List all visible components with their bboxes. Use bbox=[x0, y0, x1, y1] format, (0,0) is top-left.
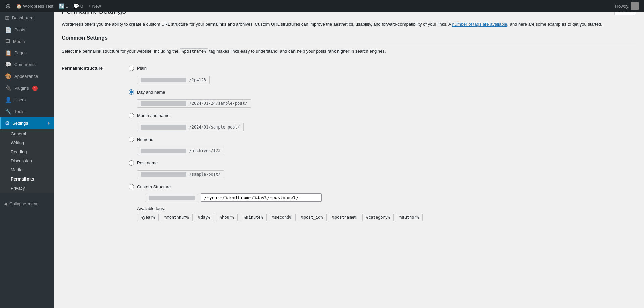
new-item[interactable]: + New bbox=[86, 0, 103, 12]
sidebar-item-appearance[interactable]: 🎨 Appearance bbox=[0, 70, 54, 82]
collapse-icon: ◀ bbox=[4, 201, 7, 206]
tag-author[interactable]: %author% bbox=[396, 214, 423, 221]
sidebar-item-label: Tools bbox=[14, 109, 24, 114]
updates-item[interactable]: 🔄 1 bbox=[56, 0, 71, 12]
sidebar-item-dashboard[interactable]: ⊞ Dashboard bbox=[0, 12, 54, 24]
radio-day-name[interactable] bbox=[129, 89, 134, 95]
new-label: + New bbox=[88, 4, 101, 9]
site-name-item[interactable]: 🏠 Wordpress Test bbox=[14, 0, 56, 12]
howdy-text: Howdy, bbox=[615, 4, 629, 9]
tag-postname[interactable]: %postname% bbox=[329, 214, 360, 221]
submenu-item-media[interactable]: Media bbox=[0, 165, 54, 174]
url-blur: https:// bbox=[149, 196, 195, 200]
url-blur: https:// bbox=[141, 125, 186, 130]
sidebar-item-media[interactable]: 🖼 Media bbox=[0, 36, 54, 47]
permalink-structure-options: Plain https:// /?p=123 Day and name bbox=[129, 62, 636, 225]
option-plain: Plain bbox=[129, 66, 636, 71]
sidebar-item-label: Comments bbox=[14, 62, 36, 67]
tag-post-id[interactable]: %post_id% bbox=[298, 214, 327, 221]
section-desc-suffix: tag makes links easy to understand, and … bbox=[208, 49, 386, 54]
url-suffix-month-name: /2024/01/sample-post/ bbox=[189, 125, 240, 130]
wp-logo[interactable]: ⊕ bbox=[3, 0, 14, 12]
sidebar-item-label: Pages bbox=[14, 50, 27, 55]
tag-monthnum[interactable]: %monthnum% bbox=[161, 214, 192, 221]
comments-icon: 💬 bbox=[5, 61, 12, 68]
url-suffix-numeric: /archives/123 bbox=[189, 148, 221, 153]
updates-count: 1 bbox=[66, 4, 68, 9]
common-settings-title: Common Settings bbox=[62, 35, 636, 44]
sidebar-item-comments[interactable]: 💬 Comments bbox=[0, 59, 54, 70]
updates-icon: 🔄 bbox=[59, 3, 64, 9]
sidebar-item-plugins[interactable]: 🔌 Plugins 1 bbox=[0, 82, 54, 94]
tag-second[interactable]: %second% bbox=[269, 214, 296, 221]
submenu-item-privacy[interactable]: Privacy bbox=[0, 184, 54, 193]
label-numeric[interactable]: Numeric bbox=[137, 137, 153, 142]
tags-row: %year% %monthnum% %day% %hour% %minute% … bbox=[137, 214, 636, 221]
url-preview-month-name: https:// /2024/01/sample-post/ bbox=[129, 122, 636, 132]
submenu-item-permalinks[interactable]: Permalinks bbox=[0, 174, 54, 184]
submenu-item-writing[interactable]: Writing bbox=[0, 138, 54, 147]
comments-icon: 💬 bbox=[73, 3, 79, 9]
comments-item[interactable]: 💬 0 bbox=[71, 0, 86, 12]
users-icon: 👤 bbox=[5, 97, 12, 103]
sidebar-item-label: Users bbox=[14, 97, 26, 102]
radio-plain[interactable] bbox=[129, 66, 134, 71]
comments-count: 0 bbox=[80, 4, 83, 9]
url-preview-day-name: https:// /2024/01/24/sample-post/ bbox=[129, 98, 636, 108]
sidebar-item-users[interactable]: 👤 Users bbox=[0, 94, 54, 106]
sidebar-item-label: Plugins bbox=[14, 86, 29, 91]
sidebar-item-pages[interactable]: 📋 Pages bbox=[0, 47, 54, 59]
label-day-name[interactable]: Day and name bbox=[137, 90, 165, 95]
wp-icon: ⊕ bbox=[5, 2, 11, 10]
url-preview-post-name: https:// /sample-post/ bbox=[129, 169, 636, 179]
custom-url-input[interactable] bbox=[201, 193, 322, 202]
admin-bar: ⊕ 🏠 Wordpress Test 🔄 1 💬 0 + New Howdy, bbox=[0, 0, 644, 12]
url-blur: https:// bbox=[141, 172, 186, 177]
url-suffix-day-name: /2024/01/24/sample-post/ bbox=[189, 101, 247, 106]
sidebar-item-settings[interactable]: ⚙ Settings bbox=[0, 117, 54, 129]
collapse-menu-button[interactable]: ◀ Collapse menu bbox=[0, 198, 54, 210]
sidebar-item-posts[interactable]: 📄 Posts bbox=[0, 24, 54, 36]
permalink-structure-row: Permalink structure Plain https:// /?p=1… bbox=[62, 62, 636, 225]
submenu-item-general[interactable]: General bbox=[0, 129, 54, 138]
chevron-right-icon bbox=[48, 122, 50, 125]
tools-icon: 🔧 bbox=[5, 108, 12, 115]
option-post-name: Post name bbox=[129, 160, 636, 166]
intro-text-after: , and here are some examples to get you … bbox=[507, 22, 602, 27]
tags-link[interactable]: number of tags are available bbox=[452, 22, 507, 27]
radio-custom[interactable] bbox=[129, 184, 134, 189]
appearance-icon: 🎨 bbox=[5, 73, 12, 80]
sidebar-item-tools[interactable]: 🔧 Tools bbox=[0, 106, 54, 117]
radio-post-name[interactable] bbox=[129, 160, 134, 166]
section-desc-prefix: Select the permalink structure for your … bbox=[62, 49, 180, 54]
submenu-item-discussion[interactable]: Discussion bbox=[0, 156, 54, 165]
url-prefix-custom: https:// bbox=[145, 194, 198, 202]
tag-hour[interactable]: %hour% bbox=[216, 214, 238, 221]
submenu-item-reading[interactable]: Reading bbox=[0, 147, 54, 156]
radio-numeric[interactable] bbox=[129, 137, 134, 142]
sidebar-item-label: Settings bbox=[12, 121, 28, 126]
tag-minute[interactable]: %minute% bbox=[240, 214, 267, 221]
plugins-badge: 1 bbox=[32, 86, 38, 91]
label-month-name[interactable]: Month and name bbox=[137, 113, 170, 118]
house-icon: 🏠 bbox=[16, 4, 22, 9]
intro-text-before: WordPress offers you the ability to crea… bbox=[62, 22, 452, 27]
settings-table: Permalink structure Plain https:// /?p=1… bbox=[62, 62, 636, 225]
tag-day[interactable]: %day% bbox=[195, 214, 214, 221]
tag-category[interactable]: %category% bbox=[362, 214, 394, 221]
option-day-name: Day and name bbox=[129, 89, 636, 95]
site-name: Wordpress Test bbox=[23, 4, 53, 9]
tag-year[interactable]: %year% bbox=[137, 214, 159, 221]
label-custom[interactable]: Custom Structure bbox=[137, 184, 171, 189]
plugins-icon: 🔌 bbox=[5, 85, 12, 91]
pages-icon: 📋 bbox=[5, 50, 12, 56]
label-post-name[interactable]: Post name bbox=[137, 160, 158, 165]
label-plain[interactable]: Plain bbox=[137, 66, 147, 71]
howdy-item[interactable]: Howdy, bbox=[612, 0, 641, 12]
sidebar-item-label: Appearance bbox=[14, 74, 38, 79]
url-blur: https:// bbox=[141, 78, 186, 82]
media-icon: 🖼 bbox=[5, 38, 10, 44]
collapse-label: Collapse menu bbox=[9, 201, 39, 206]
radio-month-name[interactable] bbox=[129, 113, 134, 118]
permalink-structure-label: Permalink structure bbox=[62, 62, 129, 225]
